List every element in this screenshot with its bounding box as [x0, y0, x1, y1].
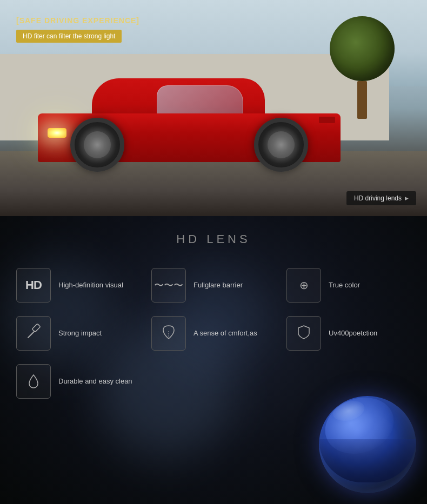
feature-wave: 〜〜〜 Fullglare barrier [151, 268, 276, 303]
lens-highlight [330, 398, 366, 424]
features-grid: HD High-definition visual 〜〜〜 Fullglare … [16, 268, 411, 399]
feature-leaf: A sense of cmfort,as [151, 316, 276, 351]
feature-hammer: Strong impact [16, 316, 141, 351]
features-section: HD LENS HD High-definition visual 〜〜〜 Fu… [0, 216, 427, 504]
wave-icon: 〜〜〜 [154, 279, 183, 292]
hammer-icon-box [16, 316, 51, 351]
crosshair-icon: ⊕ [299, 279, 309, 292]
section-title: HD LENS [16, 232, 411, 246]
hd-icon: HD [25, 278, 42, 292]
car-wheel-right [254, 118, 308, 172]
feature-drop: Durable and easy clean [16, 364, 141, 399]
feature-hd: HD High-definition visual [16, 268, 141, 303]
hd-label: High-definition visual [58, 280, 123, 290]
crosshair-label: True color [329, 280, 360, 290]
svg-line-0 [28, 331, 35, 338]
hd-driving-badge[interactable]: HD driving lends [346, 191, 416, 205]
shield-label: Uv400poetction [329, 328, 377, 338]
hero-section: [SAFE DRIVING EXPERIENCE] HD fiter can f… [0, 0, 427, 216]
car-spoiler [319, 117, 335, 123]
svg-rect-1 [32, 324, 41, 332]
car-image [27, 49, 362, 173]
car-body [38, 86, 341, 162]
leaf-label: A sense of cmfort,as [194, 328, 257, 338]
safe-driving-label: [SAFE DRIVING EXPERIENCE] [16, 16, 139, 25]
feature-shield: Uv400poetction [286, 316, 411, 351]
wave-label: Fullglare barrier [194, 280, 243, 290]
lens-orb [319, 396, 416, 493]
drop-icon-box [16, 364, 51, 399]
car-headlight [48, 128, 66, 138]
drop-icon [25, 372, 42, 391]
feature-crosshair: ⊕ True color [286, 268, 411, 303]
crosshair-icon-box: ⊕ [286, 268, 321, 303]
shield-icon-box [286, 316, 321, 351]
wave-icon-box: 〜〜〜 [151, 268, 186, 303]
leaf-icon [160, 324, 177, 343]
leaf-icon-box [151, 316, 186, 351]
hd-icon-box: HD [16, 268, 51, 303]
hammer-label: Strong impact [58, 328, 102, 338]
drop-label: Durable and easy clean [58, 377, 132, 386]
hd-filter-badge: HD fiter can filter the strong light [16, 30, 122, 43]
hammer-icon [25, 324, 42, 343]
shield-icon [295, 324, 312, 343]
car-windshield [157, 85, 243, 118]
car-wheel-left [70, 118, 124, 172]
lens-orb-container [319, 396, 416, 493]
